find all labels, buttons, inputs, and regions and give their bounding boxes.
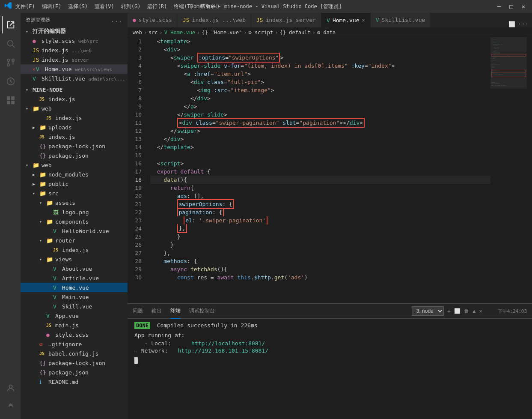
tree-folder-router[interactable]: ▾ 📁 router (21, 236, 128, 245)
panel-tab-debug-console[interactable]: 调试控制台 (189, 304, 215, 319)
activity-extensions[interactable] (2, 92, 19, 109)
menu-select[interactable]: 选择(S) (68, 3, 88, 10)
minimap-slider[interactable] (490, 37, 527, 89)
tree-item-readme[interactable]: ℹ README.md (21, 377, 128, 386)
tab-bar-actions[interactable]: ⬜ ··· (505, 21, 532, 27)
panel-tab-output[interactable]: 输出 (152, 304, 162, 319)
sidebar-header-icons[interactable]: ... (111, 16, 122, 23)
maximize-button[interactable]: □ (507, 2, 515, 11)
tree-folder-web2[interactable]: ▾ 📁 web (21, 160, 128, 170)
split-terminal-icon[interactable]: ⬜ (454, 308, 461, 314)
menu-edit[interactable]: 编辑(E) (42, 3, 62, 10)
minimap-inner: <template> <div> <swiper> <swiper-slide … (490, 37, 527, 303)
tree-folder-src[interactable]: ▾ 📁 src (21, 189, 128, 198)
tree-folder-public[interactable]: ▶ 📁 public (21, 179, 128, 189)
open-editor-home-vue[interactable]: ✕ V Home.vue web\src\views (21, 64, 128, 74)
tree-item-indexjs3[interactable]: JS index.js (21, 132, 128, 141)
tree-item-stylescss[interactable]: ● style.scss (21, 330, 128, 339)
tab-close-button[interactable]: ✕ (362, 17, 365, 23)
new-file-icon[interactable]: ... (111, 16, 122, 23)
open-editor-scss[interactable]: ● style.scss web\src (21, 36, 128, 45)
tree-item-pkglock1[interactable]: {} package-lock.json (21, 141, 128, 151)
menu-run[interactable]: 运行(R) (147, 3, 167, 10)
panel-actions[interactable]: 3: node + ⬜ 🗑 ▲ ✕ (412, 306, 482, 316)
tree-item-indexjs-router[interactable]: JS index.js (21, 245, 128, 254)
close-button[interactable]: ✕ (519, 2, 528, 11)
tree-item-appvue[interactable]: V App.vue (21, 311, 128, 320)
tab-skilllistvue[interactable]: V SkillList.vue (371, 13, 431, 27)
vue-icon: V (46, 313, 54, 319)
panel-tab-terminal[interactable]: 终端 (170, 304, 181, 319)
tree-folder-nodemodules[interactable]: ▶ 📁 node_modules (21, 170, 128, 179)
breadcrumb-views[interactable]: V Home.vue (164, 30, 195, 36)
breadcrumb-scope[interactable]: {} "Home.vue" (202, 30, 242, 36)
split-editor-icon[interactable]: ⬜ (508, 21, 515, 27)
open-editor-js-web[interactable]: JS index.js ...\web (21, 45, 128, 55)
open-editor-js-server[interactable]: JS index.js server (21, 55, 128, 64)
tree-item-aboutvue[interactable]: V About.vue (21, 264, 128, 273)
close-panel-icon[interactable]: ✕ (479, 308, 482, 314)
more-actions-icon[interactable]: ··· (518, 21, 529, 27)
tree-item-logopng[interactable]: 🖼 logo.png (21, 207, 128, 217)
tree-item-pkg1[interactable]: {} package.json (21, 151, 128, 160)
minimize-button[interactable]: ─ (495, 2, 503, 11)
tree-item-indexjs2[interactable]: JS index.js (21, 113, 128, 123)
tree-folder-views[interactable]: ▾ 📁 views (21, 254, 128, 264)
kill-terminal-icon[interactable]: 🗑 (464, 308, 469, 314)
menu-file[interactable]: 文件(F) (15, 3, 35, 10)
tree-item-skillvue[interactable]: V Skill.vue (21, 302, 128, 311)
js-icon: JS (39, 351, 47, 356)
breadcrumb-script[interactable]: ⚙ script (248, 30, 273, 36)
tab-stylescss[interactable]: ● style.scss (128, 13, 178, 27)
tree-item-babelconfig[interactable]: JS babel.config.js (21, 349, 128, 358)
vertical-scrollbar[interactable] (527, 37, 532, 303)
activity-debug[interactable] (2, 73, 19, 90)
activity-settings[interactable] (2, 398, 19, 416)
local-url-link[interactable]: http://localhost:8081/ (191, 340, 265, 347)
tree-item-mainvue[interactable]: V Main.vue (21, 292, 128, 302)
activity-source-control[interactable] (2, 54, 19, 71)
open-editors-header[interactable]: ▾ 打开的编辑器 (21, 27, 128, 36)
breadcrumb-src[interactable]: src (149, 30, 158, 36)
activity-search[interactable] (2, 35, 19, 52)
close-icon[interactable]: ✕ (33, 67, 35, 72)
tree-label: .gitignore (48, 341, 82, 347)
code-content[interactable]: <template> <div> <swiper :options="swipe… (147, 37, 490, 303)
open-editor-skilllist-vue[interactable]: V SkillList.vue admin\src\... (21, 74, 128, 83)
tab-homevue[interactable]: V Home.vue ✕ (321, 13, 371, 27)
tree-item-helloworldvue[interactable]: V HelloWorld.vue (21, 226, 128, 236)
terminal-dropdown[interactable]: 3: node (412, 306, 444, 316)
menu-goto[interactable]: 转到(G) (121, 3, 141, 10)
tree-item-indexjs-root[interactable]: JS index.js (21, 94, 128, 104)
maximize-panel-icon[interactable]: ▲ (473, 308, 476, 314)
folder-icon: 📁 (46, 200, 54, 206)
tree-folder-web1[interactable]: ▾ 📁 web (21, 104, 128, 113)
breadcrumb-web[interactable]: web (133, 30, 142, 36)
menu-view[interactable]: 查看(V) (95, 3, 114, 10)
tab-indexjs-server[interactable]: JS index.js server (251, 13, 321, 27)
tree-item-articlevue[interactable]: V Article.vue (21, 273, 128, 283)
tree-item-pkglock2[interactable]: {} package-lock.json (21, 358, 128, 368)
panel-tab-problems[interactable]: 问题 (133, 304, 143, 319)
folder-icon: 📁 (39, 124, 47, 131)
tree-folder-uploads[interactable]: ▶ 📁 uploads (21, 123, 128, 132)
titlebar-menu[interactable]: 文件(F) 编辑(E) 选择(S) 查看(V) 转到(G) 运行(R) 终端(T… (15, 3, 220, 10)
tree-item-gitignore[interactable]: ⊙ .gitignore (21, 339, 128, 349)
activity-account[interactable] (2, 380, 19, 397)
breadcrumb-default[interactable]: {} default (280, 30, 311, 36)
project-header[interactable]: ▾ MINE-NODE (21, 85, 128, 94)
network-url-link[interactable]: http://192.168.101.15:8081/ (178, 347, 268, 354)
tree-folder-components[interactable]: ▾ 📁 components (21, 217, 128, 226)
titlebar-controls[interactable]: ─ □ ✕ (495, 2, 528, 11)
editor-area[interactable]: 1 2 3 4 5 6 7 8 9 10 11 12 13 14 15 16 1 (128, 37, 532, 303)
add-terminal-icon[interactable]: + (447, 308, 451, 314)
tree-item-pkg2[interactable]: {} package.json (21, 368, 128, 377)
breadcrumb-data[interactable]: ⚙ data (317, 30, 336, 36)
svg-line-1 (12, 45, 15, 48)
tab-indexjs-web[interactable]: JS index.js ...\web (178, 13, 251, 27)
terminal-select[interactable]: 3: node (412, 306, 444, 316)
activity-explorer[interactable] (2, 16, 19, 33)
tree-item-mainjs[interactable]: JS main.js (21, 320, 128, 330)
tree-item-homevue[interactable]: V Home.vue (21, 283, 128, 292)
tree-folder-assets[interactable]: ▾ 📁 assets (21, 198, 128, 207)
